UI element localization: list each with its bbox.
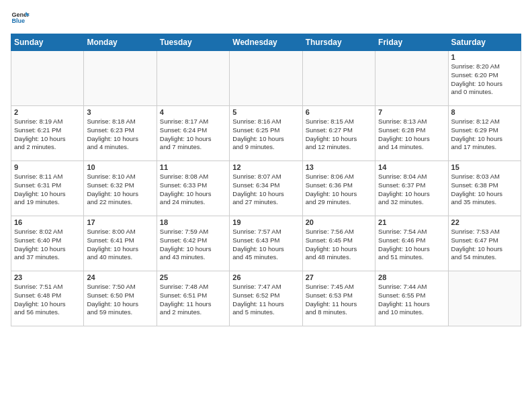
weekday-header-wednesday: Wednesday xyxy=(230,34,302,51)
calendar-cell: 14Sunrise: 8:04 AM Sunset: 6:37 PM Dayli… xyxy=(375,161,448,216)
calendar-week-5: 23Sunrise: 7:51 AM Sunset: 6:48 PM Dayli… xyxy=(11,271,521,326)
day-number: 1 xyxy=(451,53,518,61)
calendar-cell: 2Sunrise: 8:19 AM Sunset: 6:21 PM Daylig… xyxy=(11,106,84,161)
day-info: Sunrise: 8:11 AM Sunset: 6:31 PM Dayligh… xyxy=(14,173,81,207)
calendar-cell: 21Sunrise: 7:54 AM Sunset: 6:46 PM Dayli… xyxy=(375,216,448,271)
day-info: Sunrise: 7:54 AM Sunset: 6:46 PM Dayligh… xyxy=(378,228,445,262)
day-info: Sunrise: 7:53 AM Sunset: 6:47 PM Dayligh… xyxy=(451,228,518,262)
day-info: Sunrise: 8:03 AM Sunset: 6:38 PM Dayligh… xyxy=(451,173,518,207)
calendar-cell: 11Sunrise: 8:08 AM Sunset: 6:33 PM Dayli… xyxy=(157,161,229,216)
day-number: 9 xyxy=(14,163,81,171)
day-number: 16 xyxy=(14,218,81,226)
day-info: Sunrise: 8:18 AM Sunset: 6:23 PM Dayligh… xyxy=(87,118,153,152)
day-number: 12 xyxy=(232,163,299,171)
day-number: 5 xyxy=(232,108,299,116)
calendar-cell: 12Sunrise: 8:07 AM Sunset: 6:34 PM Dayli… xyxy=(230,161,302,216)
day-info: Sunrise: 7:57 AM Sunset: 6:43 PM Dayligh… xyxy=(232,228,299,262)
logo: General Blue xyxy=(11,8,32,27)
calendar-cell xyxy=(84,51,157,106)
weekday-header-friday: Friday xyxy=(375,34,448,51)
day-number: 21 xyxy=(378,218,445,226)
day-info: Sunrise: 8:16 AM Sunset: 6:25 PM Dayligh… xyxy=(232,118,299,152)
day-info: Sunrise: 8:02 AM Sunset: 6:40 PM Dayligh… xyxy=(14,228,81,262)
day-number: 18 xyxy=(160,218,226,226)
calendar-cell: 20Sunrise: 7:56 AM Sunset: 6:45 PM Dayli… xyxy=(302,216,375,271)
day-info: Sunrise: 8:15 AM Sunset: 6:27 PM Dayligh… xyxy=(306,118,372,152)
day-number: 23 xyxy=(14,273,81,281)
calendar-cell xyxy=(230,51,302,106)
day-info: Sunrise: 7:51 AM Sunset: 6:48 PM Dayligh… xyxy=(14,283,81,317)
day-number: 3 xyxy=(87,108,153,116)
day-info: Sunrise: 8:08 AM Sunset: 6:33 PM Dayligh… xyxy=(160,173,226,207)
calendar-cell xyxy=(375,51,448,106)
calendar-cell: 24Sunrise: 7:50 AM Sunset: 6:50 PM Dayli… xyxy=(84,271,157,326)
day-info: Sunrise: 7:44 AM Sunset: 6:55 PM Dayligh… xyxy=(378,283,445,317)
calendar-cell: 23Sunrise: 7:51 AM Sunset: 6:48 PM Dayli… xyxy=(11,271,84,326)
day-info: Sunrise: 8:17 AM Sunset: 6:24 PM Dayligh… xyxy=(160,118,226,152)
day-number: 11 xyxy=(160,163,226,171)
day-number: 20 xyxy=(306,218,372,226)
day-info: Sunrise: 7:48 AM Sunset: 6:51 PM Dayligh… xyxy=(160,283,226,317)
calendar-cell: 10Sunrise: 8:10 AM Sunset: 6:32 PM Dayli… xyxy=(84,161,157,216)
day-number: 4 xyxy=(160,108,226,116)
logo-icon: General Blue xyxy=(11,8,30,27)
page-container: General Blue SundayMondayTuesdayWednesda… xyxy=(0,0,532,332)
day-info: Sunrise: 8:20 AM Sunset: 6:20 PM Dayligh… xyxy=(451,62,518,97)
day-number: 28 xyxy=(378,273,445,281)
day-number: 6 xyxy=(306,108,372,116)
calendar-week-4: 16Sunrise: 8:02 AM Sunset: 6:40 PM Dayli… xyxy=(11,216,521,271)
calendar-cell xyxy=(302,51,375,106)
day-info: Sunrise: 8:04 AM Sunset: 6:37 PM Dayligh… xyxy=(378,173,445,207)
day-number: 24 xyxy=(87,273,153,281)
day-info: Sunrise: 7:50 AM Sunset: 6:50 PM Dayligh… xyxy=(87,283,153,317)
calendar-cell: 15Sunrise: 8:03 AM Sunset: 6:38 PM Dayli… xyxy=(448,161,521,216)
calendar-cell: 28Sunrise: 7:44 AM Sunset: 6:55 PM Dayli… xyxy=(375,271,448,326)
calendar-cell: 5Sunrise: 8:16 AM Sunset: 6:25 PM Daylig… xyxy=(230,106,302,161)
day-info: Sunrise: 7:59 AM Sunset: 6:42 PM Dayligh… xyxy=(160,228,226,262)
calendar-body: 1Sunrise: 8:20 AM Sunset: 6:20 PM Daylig… xyxy=(11,51,521,326)
day-info: Sunrise: 8:06 AM Sunset: 6:36 PM Dayligh… xyxy=(306,173,372,207)
weekday-header-tuesday: Tuesday xyxy=(157,34,229,51)
day-number: 2 xyxy=(14,108,81,116)
day-number: 13 xyxy=(306,163,372,171)
calendar-week-3: 9Sunrise: 8:11 AM Sunset: 6:31 PM Daylig… xyxy=(11,161,521,216)
day-number: 14 xyxy=(378,163,445,171)
calendar-cell: 17Sunrise: 8:00 AM Sunset: 6:41 PM Dayli… xyxy=(84,216,157,271)
day-info: Sunrise: 8:07 AM Sunset: 6:34 PM Dayligh… xyxy=(232,173,299,207)
day-number: 17 xyxy=(87,218,153,226)
calendar-cell: 22Sunrise: 7:53 AM Sunset: 6:47 PM Dayli… xyxy=(448,216,521,271)
day-number: 22 xyxy=(451,218,518,226)
svg-text:Blue: Blue xyxy=(11,17,25,24)
calendar-cell: 25Sunrise: 7:48 AM Sunset: 6:51 PM Dayli… xyxy=(157,271,229,326)
calendar-cell: 6Sunrise: 8:15 AM Sunset: 6:27 PM Daylig… xyxy=(302,106,375,161)
day-info: Sunrise: 7:56 AM Sunset: 6:45 PM Dayligh… xyxy=(306,228,372,262)
calendar-table: SundayMondayTuesdayWednesdayThursdayFrid… xyxy=(11,34,521,326)
calendar-cell: 26Sunrise: 7:47 AM Sunset: 6:52 PM Dayli… xyxy=(230,271,302,326)
calendar-cell: 1Sunrise: 8:20 AM Sunset: 6:20 PM Daylig… xyxy=(448,51,521,106)
calendar-cell: 8Sunrise: 8:12 AM Sunset: 6:29 PM Daylig… xyxy=(448,106,521,161)
calendar-cell: 7Sunrise: 8:13 AM Sunset: 6:28 PM Daylig… xyxy=(375,106,448,161)
day-info: Sunrise: 8:19 AM Sunset: 6:21 PM Dayligh… xyxy=(14,118,81,152)
calendar-cell: 18Sunrise: 7:59 AM Sunset: 6:42 PM Dayli… xyxy=(157,216,229,271)
weekday-header-monday: Monday xyxy=(84,34,157,51)
calendar-header-row: SundayMondayTuesdayWednesdayThursdayFrid… xyxy=(11,34,521,51)
calendar-cell: 16Sunrise: 8:02 AM Sunset: 6:40 PM Dayli… xyxy=(11,216,84,271)
day-number: 7 xyxy=(378,108,445,116)
calendar-cell xyxy=(157,51,229,106)
calendar-cell: 13Sunrise: 8:06 AM Sunset: 6:36 PM Dayli… xyxy=(302,161,375,216)
day-number: 26 xyxy=(232,273,299,281)
weekday-header-sunday: Sunday xyxy=(11,34,84,51)
calendar-cell: 9Sunrise: 8:11 AM Sunset: 6:31 PM Daylig… xyxy=(11,161,84,216)
day-number: 10 xyxy=(87,163,153,171)
day-info: Sunrise: 8:13 AM Sunset: 6:28 PM Dayligh… xyxy=(378,118,445,152)
day-info: Sunrise: 8:00 AM Sunset: 6:41 PM Dayligh… xyxy=(87,228,153,262)
day-number: 8 xyxy=(451,108,518,116)
calendar-week-2: 2Sunrise: 8:19 AM Sunset: 6:21 PM Daylig… xyxy=(11,106,521,161)
weekday-header-saturday: Saturday xyxy=(448,34,521,51)
header: General Blue xyxy=(11,8,521,27)
day-info: Sunrise: 7:45 AM Sunset: 6:53 PM Dayligh… xyxy=(306,283,372,317)
day-number: 19 xyxy=(232,218,299,226)
calendar-cell: 4Sunrise: 8:17 AM Sunset: 6:24 PM Daylig… xyxy=(157,106,229,161)
calendar-cell xyxy=(448,271,521,326)
calendar-cell: 27Sunrise: 7:45 AM Sunset: 6:53 PM Dayli… xyxy=(302,271,375,326)
